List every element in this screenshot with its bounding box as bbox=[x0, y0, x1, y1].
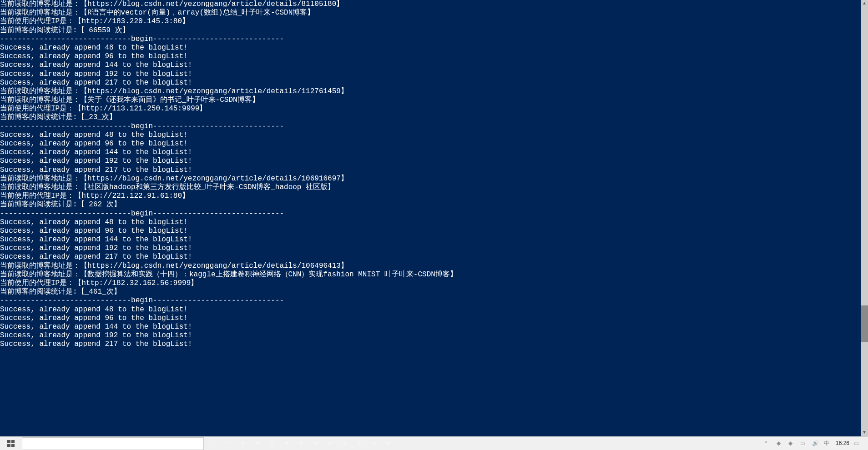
terminal-line: Success, already append 192 to the blogL… bbox=[0, 244, 868, 253]
windows-icon bbox=[7, 440, 15, 447]
app-icon-11[interactable]: ● bbox=[383, 438, 394, 449]
tray-network-icon[interactable]: ▭ bbox=[800, 440, 807, 447]
app-icon-2[interactable]: ● bbox=[252, 438, 263, 449]
taskbar-clock[interactable]: 16:26 bbox=[836, 440, 849, 446]
tray-ime-icon[interactable]: 中 bbox=[824, 440, 831, 447]
scroll-up-arrow[interactable]: ▲ bbox=[861, 0, 868, 7]
app-icon-10[interactable]: ● bbox=[368, 438, 379, 449]
terminal-line: 当前博客的阅读统计是:【_23_次】 bbox=[0, 113, 868, 122]
terminal-line: Success, already append 217 to the blogL… bbox=[0, 340, 868, 349]
taskbar-search-box[interactable] bbox=[22, 437, 204, 450]
terminal-line: Success, already append 48 to the blogLi… bbox=[0, 44, 868, 52]
app-icon-5[interactable]: ● bbox=[296, 438, 307, 449]
taskbar-tray: ^ ◆ ◆ ▭ 🔊 中 16:26 ▭ bbox=[758, 440, 868, 447]
scroll-down-arrow[interactable]: ▼ bbox=[861, 429, 868, 436]
app-icon-8[interactable]: ● bbox=[339, 438, 350, 449]
terminal-line: 当前读取的博客地址是：【R语言中的vector(向量)，array(数组)总结_… bbox=[0, 9, 868, 17]
terminal-line: 当前读取的博客地址是：【https://blog.csdn.net/yezong… bbox=[0, 0, 868, 9]
app-icon-9[interactable]: ● bbox=[354, 438, 365, 449]
terminal-line: ------------------------------begin-----… bbox=[0, 122, 868, 131]
terminal-line: 当前博客的阅读统计是:【_461_次】 bbox=[0, 288, 868, 296]
tray-icon-2[interactable]: ◆ bbox=[788, 440, 796, 447]
svg-rect-2 bbox=[7, 444, 10, 447]
terminal-line: Success, already append 144 to the blogL… bbox=[0, 323, 868, 331]
taskbar: ○ ▭ ● ● ● ● ● ● ● ● ● ● ● ^ ◆ ◆ ▭ 🔊 中 16… bbox=[0, 436, 868, 450]
terminal-line: Success, already append 96 to the blogLi… bbox=[0, 227, 868, 235]
terminal-line: Success, already append 96 to the blogLi… bbox=[0, 52, 868, 61]
terminal-line: 当前博客的阅读统计是:【_262_次】 bbox=[0, 200, 868, 209]
cortana-icon[interactable]: ○ bbox=[208, 438, 219, 449]
terminal-line: 当前读取的博客地址是：【社区版hadoop和第三方发行版比较_叶子叶来-CSDN… bbox=[0, 183, 868, 192]
tray-volume-icon[interactable]: 🔊 bbox=[812, 440, 819, 447]
app-icon-6[interactable]: ● bbox=[310, 438, 321, 449]
terminal-line: Success, already append 96 to the blogLi… bbox=[0, 314, 868, 323]
taskbar-app-icons: ○ ▭ ● ● ● ● ● ● ● ● ● ● ● bbox=[204, 438, 399, 449]
terminal-line: Success, already append 217 to the blogL… bbox=[0, 166, 868, 175]
svg-rect-3 bbox=[11, 444, 15, 447]
terminal-line: Success, already append 48 to the blogLi… bbox=[0, 305, 868, 314]
tray-notification-icon[interactable]: ▭ bbox=[854, 440, 861, 447]
terminal-line: 当前使用的代理IP是：【http://183.220.145.3:80】 bbox=[0, 17, 868, 26]
terminal-line: Success, already append 144 to the blogL… bbox=[0, 148, 868, 157]
terminal-line: 当前读取的博客地址是：【https://blog.csdn.net/yezong… bbox=[0, 262, 868, 270]
terminal-output[interactable]: 当前读取的博客地址是：【https://blog.csdn.net/yezong… bbox=[0, 0, 868, 436]
terminal-line: 当前读取的博客地址是：【数据挖掘算法和实践（十四）：kaggle上搭建卷积神经网… bbox=[0, 270, 868, 279]
terminal-line: 当前使用的代理IP是：【http://182.32.162.56:9999】 bbox=[0, 279, 868, 288]
scrollbar-track[interactable] bbox=[861, 0, 868, 436]
terminal-line: 当前使用的代理IP是：【http://221.122.91.61:80】 bbox=[0, 192, 868, 200]
terminal-line: Success, already append 217 to the blogL… bbox=[0, 253, 868, 261]
terminal-line: Success, already append 144 to the blogL… bbox=[0, 61, 868, 70]
scrollbar-thumb[interactable] bbox=[861, 305, 868, 342]
terminal-line: ------------------------------begin-----… bbox=[0, 296, 868, 305]
terminal-line: ------------------------------begin-----… bbox=[0, 35, 868, 44]
terminal-line: Success, already append 144 to the blogL… bbox=[0, 235, 868, 244]
terminal-line: Success, already append 192 to the blogL… bbox=[0, 331, 868, 340]
tray-chevron-icon[interactable]: ^ bbox=[765, 440, 772, 447]
terminal-line: 当前读取的博客地址是：【https://blog.csdn.net/yezong… bbox=[0, 175, 868, 183]
terminal-line: 当前读取的博客地址是：【关于《还我本来面目》的书记_叶子叶来-CSDN博客】 bbox=[0, 96, 868, 105]
taskview-icon[interactable]: ▭ bbox=[223, 438, 234, 449]
terminal-line: Success, already append 48 to the blogLi… bbox=[0, 131, 868, 140]
tray-icon-1[interactable]: ◆ bbox=[777, 440, 784, 447]
app-icon-7[interactable]: ● bbox=[325, 438, 336, 449]
terminal-line: ------------------------------begin-----… bbox=[0, 210, 868, 218]
svg-rect-0 bbox=[7, 440, 10, 443]
app-icon-4[interactable]: ● bbox=[281, 438, 292, 449]
terminal-line: Success, already append 96 to the blogLi… bbox=[0, 140, 868, 148]
app-icon-3[interactable]: ● bbox=[267, 438, 278, 449]
start-button[interactable] bbox=[0, 437, 22, 450]
terminal-line: Success, already append 192 to the blogL… bbox=[0, 70, 868, 79]
terminal-line: 当前读取的博客地址是：【https://blog.csdn.net/yezong… bbox=[0, 87, 868, 96]
terminal-line: 当前博客的阅读统计是:【_66559_次】 bbox=[0, 26, 868, 35]
terminal-line: Success, already append 217 to the blogL… bbox=[0, 79, 868, 87]
terminal-line: Success, already append 48 to the blogLi… bbox=[0, 218, 868, 227]
svg-rect-1 bbox=[11, 440, 15, 443]
terminal-line: Success, already append 192 to the blogL… bbox=[0, 157, 868, 165]
terminal-line: 当前使用的代理IP是：【http://113.121.250.145:9999】 bbox=[0, 105, 868, 113]
app-icon-1[interactable]: ● bbox=[237, 438, 248, 449]
